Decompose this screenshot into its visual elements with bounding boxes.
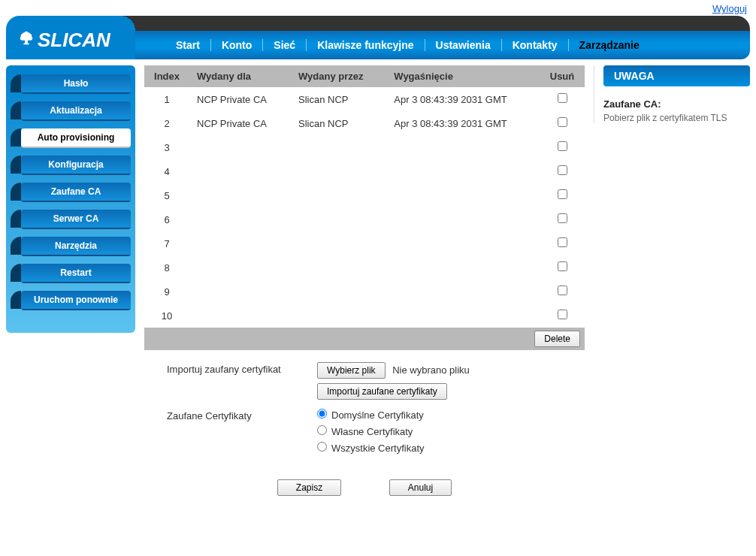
main-panel: Index Wydany dla Wydany przez Wygaśnięci…: [144, 65, 585, 512]
sidebar-item-restart[interactable]: Restart: [21, 264, 131, 283]
col-delete: Usuń: [540, 65, 585, 87]
cell-issued_for: [189, 304, 291, 328]
nav-item-klawisze-funkcyjne[interactable]: Klawisze funkcyjne: [307, 39, 425, 51]
delete-checkbox[interactable]: [558, 141, 567, 151]
top-nav: StartKontoSiećKlawisze funkcyjneUstawien…: [135, 31, 750, 59]
cell-issued_for: [189, 135, 291, 159]
import-cert-button[interactable]: Importuj zaufane certyfikaty: [317, 383, 447, 400]
delete-button[interactable]: Delete: [534, 331, 580, 347]
cell-expiration: [386, 231, 540, 255]
table-row: 10: [144, 304, 585, 328]
cell-issued_for: [189, 231, 291, 255]
cell-expiration: [386, 280, 540, 304]
delete-checkbox[interactable]: [558, 165, 567, 175]
nav-item-zarządzanie[interactable]: Zarządzanie: [569, 39, 650, 51]
help-text: Pobierz plik z certyfikatem TLS: [603, 113, 750, 123]
save-button[interactable]: Zapisz: [277, 479, 341, 496]
no-file-text: Nie wybrano pliku: [392, 364, 470, 376]
trusted-cert-label: Zaufane Certyfikaty: [167, 409, 317, 422]
table-row: 4: [144, 159, 585, 183]
trusted-cert-radio[interactable]: [317, 425, 327, 435]
logout-link[interactable]: Wyloguj: [712, 3, 747, 14]
cell-index: 7: [144, 231, 189, 255]
sidebar-item-serwer-ca[interactable]: Serwer CA: [21, 210, 131, 229]
cell-expiration: [386, 135, 540, 159]
col-index: Index: [144, 65, 189, 87]
table-row: 9: [144, 280, 585, 304]
choose-file-button[interactable]: Wybierz plik: [317, 362, 386, 379]
cancel-button[interactable]: Anuluj: [389, 479, 452, 496]
cell-expiration: [386, 304, 540, 328]
cell-issued_for: [189, 159, 291, 183]
cell-issued_for: [189, 207, 291, 231]
nav-item-sieć[interactable]: Sieć: [263, 39, 307, 51]
cell-issued_by: [291, 159, 386, 183]
cell-issued_by: [291, 135, 386, 159]
delete-checkbox[interactable]: [558, 213, 567, 223]
cell-issued_for: NCP Private CA: [189, 87, 291, 111]
cell-index: 6: [144, 207, 189, 231]
tree-icon: [18, 29, 35, 52]
nav-item-start[interactable]: Start: [165, 39, 211, 51]
sidebar-item-hasło[interactable]: Hasło: [21, 74, 131, 94]
help-panel: UWAGA Zaufane CA: Pobierz plik z certyfi…: [594, 65, 750, 123]
radio-label: Własne Certyfikaty: [331, 426, 413, 437]
cell-expiration: [386, 255, 540, 280]
cell-expiration: [386, 183, 540, 207]
cell-issued_by: [291, 207, 386, 231]
radio-label: Wszystkie Certyfikaty: [331, 443, 425, 454]
sidebar: HasłoAktualizacjaAuto provisioningKonfig…: [6, 65, 135, 333]
cell-issued_by: [291, 280, 386, 304]
delete-checkbox[interactable]: [558, 117, 567, 127]
help-title: Zaufane CA:: [603, 98, 750, 110]
cell-index: 5: [144, 183, 189, 207]
delete-checkbox[interactable]: [558, 261, 567, 271]
cell-issued_for: [189, 255, 291, 280]
logo-area: SLICAN: [6, 16, 135, 59]
cell-expiration: [386, 159, 540, 183]
cell-issued_for: [189, 183, 291, 207]
cell-issued_for: [189, 280, 291, 304]
nav-item-ustawienia[interactable]: Ustawienia: [425, 39, 502, 51]
sidebar-item-aktualizacja[interactable]: Aktualizacja: [21, 101, 131, 121]
cell-index: 2: [144, 111, 189, 135]
import-cert-label: Importuj zaufany certyfikat: [167, 362, 317, 375]
ca-table: Index Wydany dla Wydany przez Wygaśnięci…: [144, 65, 585, 328]
delete-checkbox[interactable]: [558, 286, 567, 295]
cell-issued_by: [291, 304, 386, 328]
table-row: 5: [144, 183, 585, 207]
delete-checkbox[interactable]: [558, 310, 567, 319]
trusted-cert-radio[interactable]: [317, 409, 327, 419]
table-row: 7: [144, 231, 585, 255]
nav-item-konto[interactable]: Konto: [211, 39, 263, 51]
cell-expiration: Apr 3 08:43:39 2031 GMT: [386, 87, 540, 111]
cell-issued_by: [291, 231, 386, 255]
cell-index: 1: [144, 87, 189, 111]
delete-checkbox[interactable]: [558, 237, 567, 247]
sidebar-item-konfiguracja[interactable]: Konfiguracja: [21, 156, 131, 175]
delete-checkbox[interactable]: [558, 93, 567, 103]
help-header: UWAGA: [603, 65, 750, 86]
cell-issued_by: [291, 255, 386, 280]
nav-item-kontakty[interactable]: Kontakty: [502, 39, 569, 51]
table-row: 2NCP Private CASlican NCPApr 3 08:43:39 …: [144, 111, 585, 135]
cell-expiration: [386, 207, 540, 231]
cell-index: 8: [144, 255, 189, 280]
trusted-cert-radio[interactable]: [317, 442, 327, 452]
cell-index: 4: [144, 159, 189, 183]
radio-label: Domyślne Certyfikaty: [331, 409, 424, 421]
table-row: 6: [144, 207, 585, 231]
cell-index: 10: [144, 304, 189, 328]
cell-issued_by: [291, 183, 386, 207]
col-expiration: Wygaśnięcie: [386, 65, 540, 87]
table-row: 3: [144, 135, 585, 159]
col-issued-for: Wydany dla: [189, 65, 291, 87]
brand-text: SLICAN: [38, 29, 110, 52]
delete-checkbox[interactable]: [558, 189, 567, 199]
sidebar-item-narzędzia[interactable]: Narzędzia: [21, 237, 131, 256]
sidebar-item-uruchom-ponownie[interactable]: Uruchom ponownie: [21, 291, 131, 310]
sidebar-item-zaufane-ca[interactable]: Zaufane CA: [21, 183, 131, 202]
cell-issued_for: NCP Private CA: [189, 111, 291, 135]
sidebar-item-auto-provisioning[interactable]: Auto provisioning: [21, 128, 131, 148]
cell-issued_by: Slican NCP: [291, 87, 386, 111]
